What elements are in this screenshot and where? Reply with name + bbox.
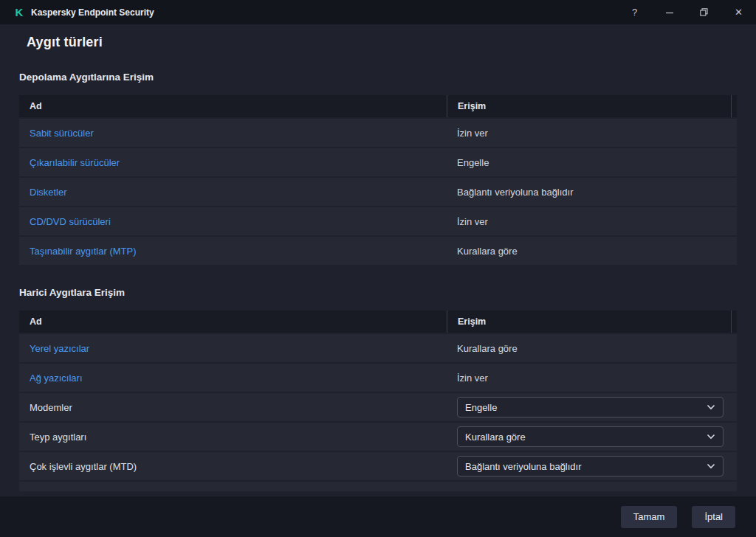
table-row: Teyp aygıtları Kurallara göre <box>19 423 737 451</box>
access-select-value: Engelle <box>465 402 497 413</box>
access-select[interactable]: Engelle <box>457 397 724 418</box>
device-link[interactable]: Çıkarılabilir sürücüler <box>30 157 120 168</box>
app-title: Kaspersky Endpoint Security <box>31 7 154 18</box>
storage-devices-table: Ad Erişim Sabit sürücüler İzin ver Çıkar… <box>19 95 737 265</box>
device-link[interactable]: Sabit sürücüler <box>30 128 94 139</box>
access-select[interactable]: Bağlantı veriyoluna bağlıdır <box>457 456 724 477</box>
chevron-down-icon <box>707 404 715 410</box>
device-link[interactable]: Ağ yazıcıları <box>30 373 83 384</box>
close-button[interactable]: ✕ <box>721 0 756 24</box>
external-section-heading: Harici Aygıtlara Erişim <box>19 287 737 298</box>
chevron-down-icon <box>707 463 715 469</box>
device-label: Teyp aygıtları <box>30 432 86 443</box>
device-label: Modemler <box>30 402 72 413</box>
column-header-access: Erişim <box>447 95 731 117</box>
column-header-name: Ad <box>19 316 447 327</box>
access-value: Bağlantı veriyoluna bağlıdır <box>457 187 574 198</box>
restore-icon <box>700 8 708 16</box>
column-header-access: Erişim <box>447 311 731 333</box>
storage-section-heading: Depolama Aygıtlarına Erişim <box>19 72 737 83</box>
device-label: Çok işlevli aygıtlar (MTD) <box>30 461 137 472</box>
access-value: İzin ver <box>457 216 488 227</box>
kaspersky-logo-icon: K <box>13 7 25 18</box>
table-row: Sabit sürücüler İzin ver <box>19 119 737 147</box>
access-value: İzin ver <box>457 373 488 384</box>
table-row-partial <box>19 482 737 491</box>
device-link[interactable]: Taşınabilir aygıtlar (MTP) <box>30 246 136 257</box>
chevron-down-icon <box>707 434 715 440</box>
footer-bar: Tamam İptal <box>0 496 756 537</box>
table-row: Ağ yazıcıları İzin ver <box>19 364 737 392</box>
access-value: Kurallara göre <box>457 246 518 257</box>
access-select[interactable]: Kurallara göre <box>457 426 724 447</box>
main-content: Aygıt türleri Depolama Aygıtlarına Erişi… <box>0 24 756 496</box>
table-row: Disketler Bağlantı veriyoluna bağlıdır <box>19 178 737 206</box>
maximize-button[interactable] <box>687 0 721 24</box>
help-button[interactable]: ? <box>617 0 652 24</box>
ok-button[interactable]: Tamam <box>621 506 678 528</box>
access-value: Kurallara göre <box>457 343 518 354</box>
scrollbar-track[interactable] <box>731 95 737 117</box>
access-select-value: Kurallara göre <box>465 432 526 443</box>
table-header: Ad Erişim <box>19 311 737 333</box>
device-link[interactable]: Yerel yazıcılar <box>30 343 89 354</box>
access-select-value: Bağlantı veriyoluna bağlıdır <box>465 461 582 472</box>
cancel-button[interactable]: İptal <box>692 506 735 528</box>
table-row: Çıkarılabilir sürücüler Engelle <box>19 148 737 176</box>
column-header-name: Ad <box>19 101 447 111</box>
table-row: CD/DVD sürücüleri İzin ver <box>19 207 737 235</box>
table-row: Taşınabilir aygıtlar (MTP) Kurallara gör… <box>19 237 737 265</box>
table-row: Çok işlevli aygıtlar (MTD) Bağlantı veri… <box>19 452 737 480</box>
titlebar: K Kaspersky Endpoint Security ? ✕ <box>0 0 756 24</box>
table-row: Yerel yazıcılar Kurallara göre <box>19 334 737 362</box>
scrollbar-track[interactable] <box>731 311 737 333</box>
minimize-icon <box>666 9 673 16</box>
table-header: Ad Erişim <box>19 95 737 117</box>
page-title: Aygıt türleri <box>27 35 737 50</box>
access-value: Engelle <box>457 157 489 168</box>
table-row: Modemler Engelle <box>19 393 737 421</box>
access-value: İzin ver <box>457 128 488 139</box>
minimize-button[interactable] <box>652 0 687 24</box>
external-devices-table: Ad Erişim Yerel yazıcılar Kurallara göre… <box>19 311 737 491</box>
app-window: K Kaspersky Endpoint Security ? ✕ Aygıt … <box>0 0 756 537</box>
device-link[interactable]: CD/DVD sürücüleri <box>30 216 111 227</box>
device-link[interactable]: Disketler <box>30 187 67 198</box>
